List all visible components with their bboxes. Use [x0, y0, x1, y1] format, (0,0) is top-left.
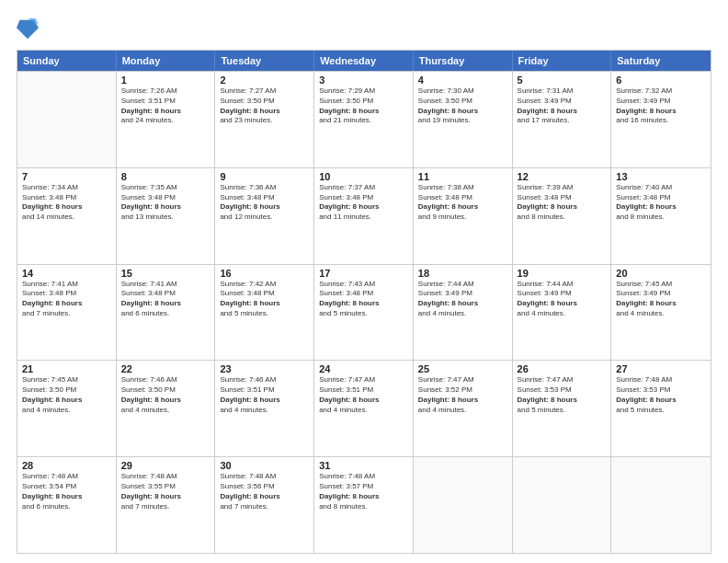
cal-cell-28: 28Sunrise: 7:48 AMSunset: 3:54 PMDayligh…	[17, 457, 117, 553]
day-number: 30	[220, 460, 309, 471]
sunset-text: Sunset: 3:51 PM	[121, 97, 210, 107]
day-number: 4	[418, 75, 507, 86]
cal-cell-11: 11Sunrise: 7:38 AMSunset: 3:48 PMDayligh…	[414, 168, 513, 264]
cal-cell-10: 10Sunrise: 7:37 AMSunset: 3:48 PMDayligh…	[314, 168, 414, 264]
sunset-text: Sunset: 3:48 PM	[220, 289, 309, 299]
sunset-text: Sunset: 3:48 PM	[616, 193, 706, 203]
sunset-text: Sunset: 3:50 PM	[220, 97, 309, 107]
day-number: 9	[220, 171, 309, 182]
sunset-text: Sunset: 3:51 PM	[220, 385, 309, 396]
daylight-text-1: Daylight: 8 hours	[319, 299, 408, 309]
cal-cell-25: 25Sunrise: 7:47 AMSunset: 3:52 PMDayligh…	[414, 361, 513, 456]
sunrise-text: Sunrise: 7:47 AM	[418, 375, 507, 385]
daylight-text-1: Daylight: 8 hours	[220, 299, 309, 309]
sunset-text: Sunset: 3:49 PM	[616, 97, 706, 107]
cal-cell-empty-4-5	[513, 457, 612, 553]
day-number: 23	[220, 363, 309, 374]
cal-cell-27: 27Sunrise: 7:48 AMSunset: 3:53 PMDayligh…	[611, 361, 711, 456]
sunrise-text: Sunrise: 7:32 AM	[616, 86, 706, 97]
cal-cell-8: 8Sunrise: 7:35 AMSunset: 3:48 PMDaylight…	[117, 168, 216, 264]
day-number: 7	[22, 171, 111, 182]
daylight-text-2: and 24 minutes.	[121, 116, 210, 126]
daylight-text-1: Daylight: 8 hours	[220, 202, 309, 213]
cal-header-cell-wednesday: Wednesday	[314, 51, 414, 71]
sunrise-text: Sunrise: 7:48 AM	[22, 472, 111, 482]
daylight-text-2: and 8 minutes.	[616, 213, 706, 223]
sunrise-text: Sunrise: 7:48 AM	[616, 375, 706, 385]
cal-cell-22: 22Sunrise: 7:46 AMSunset: 3:50 PMDayligh…	[117, 361, 216, 456]
sunrise-text: Sunrise: 7:45 AM	[22, 375, 111, 385]
sunrise-text: Sunrise: 7:29 AM	[319, 86, 408, 97]
cal-cell-12: 12Sunrise: 7:39 AMSunset: 3:48 PMDayligh…	[513, 168, 612, 264]
day-number: 1	[121, 75, 210, 86]
daylight-text-1: Daylight: 8 hours	[121, 202, 210, 213]
daylight-text-1: Daylight: 8 hours	[418, 202, 507, 213]
cal-cell-26: 26Sunrise: 7:47 AMSunset: 3:53 PMDayligh…	[513, 361, 612, 456]
daylight-text-1: Daylight: 8 hours	[22, 299, 111, 309]
sunset-text: Sunset: 3:50 PM	[418, 97, 507, 107]
cal-cell-21: 21Sunrise: 7:45 AMSunset: 3:50 PMDayligh…	[17, 361, 117, 456]
day-number: 15	[121, 268, 210, 279]
sunrise-text: Sunrise: 7:34 AM	[22, 183, 111, 193]
daylight-text-1: Daylight: 8 hours	[616, 299, 706, 309]
daylight-text-2: and 4 minutes.	[418, 406, 507, 416]
cal-cell-6: 6Sunrise: 7:32 AMSunset: 3:49 PMDaylight…	[611, 72, 711, 167]
sunset-text: Sunset: 3:48 PM	[22, 193, 111, 203]
daylight-text-1: Daylight: 8 hours	[121, 107, 210, 117]
cal-cell-15: 15Sunrise: 7:41 AMSunset: 3:48 PMDayligh…	[117, 265, 216, 361]
day-number: 21	[22, 363, 111, 374]
sunrise-text: Sunrise: 7:48 AM	[220, 472, 309, 482]
daylight-text-1: Daylight: 8 hours	[418, 299, 507, 309]
day-number: 27	[616, 363, 706, 374]
sunrise-text: Sunrise: 7:30 AM	[418, 86, 507, 97]
cal-cell-9: 9Sunrise: 7:36 AMSunset: 3:48 PMDaylight…	[215, 168, 314, 264]
day-number: 24	[319, 363, 408, 374]
sunrise-text: Sunrise: 7:47 AM	[518, 375, 607, 385]
daylight-text-1: Daylight: 8 hours	[121, 492, 210, 502]
daylight-text-1: Daylight: 8 hours	[220, 107, 309, 117]
sunset-text: Sunset: 3:49 PM	[518, 289, 607, 299]
daylight-text-1: Daylight: 8 hours	[418, 396, 507, 406]
daylight-text-1: Daylight: 8 hours	[22, 396, 111, 406]
daylight-text-2: and 4 minutes.	[518, 309, 607, 319]
daylight-text-1: Daylight: 8 hours	[616, 396, 706, 406]
daylight-text-1: Daylight: 8 hours	[121, 396, 210, 406]
daylight-text-2: and 5 minutes.	[220, 309, 309, 319]
cal-cell-24: 24Sunrise: 7:47 AMSunset: 3:51 PMDayligh…	[314, 361, 414, 456]
day-number: 14	[22, 268, 111, 279]
sunset-text: Sunset: 3:50 PM	[319, 97, 408, 107]
day-number: 22	[121, 363, 210, 374]
sunset-text: Sunset: 3:49 PM	[418, 289, 507, 299]
sunrise-text: Sunrise: 7:40 AM	[616, 183, 706, 193]
sunrise-text: Sunrise: 7:46 AM	[121, 375, 210, 385]
cal-header-cell-saturday: Saturday	[611, 51, 711, 71]
daylight-text-2: and 23 minutes.	[220, 116, 309, 126]
day-number: 17	[319, 268, 408, 279]
calendar-body: 1Sunrise: 7:26 AMSunset: 3:51 PMDaylight…	[17, 71, 711, 553]
daylight-text-2: and 4 minutes.	[22, 406, 111, 416]
day-number: 26	[518, 363, 607, 374]
cal-cell-31: 31Sunrise: 7:48 AMSunset: 3:57 PMDayligh…	[314, 457, 414, 553]
sunset-text: Sunset: 3:53 PM	[518, 385, 607, 396]
day-number: 18	[418, 268, 507, 279]
daylight-text-2: and 5 minutes.	[616, 406, 706, 416]
daylight-text-1: Daylight: 8 hours	[22, 492, 111, 502]
cal-header-cell-monday: Monday	[117, 51, 216, 71]
cal-row-4: 28Sunrise: 7:48 AMSunset: 3:54 PMDayligh…	[17, 456, 711, 553]
daylight-text-1: Daylight: 8 hours	[220, 396, 309, 406]
sunset-text: Sunset: 3:57 PM	[319, 482, 408, 492]
sunset-text: Sunset: 3:48 PM	[121, 193, 210, 203]
daylight-text-2: and 7 minutes.	[220, 502, 309, 512]
daylight-text-2: and 19 minutes.	[418, 116, 507, 126]
cal-cell-18: 18Sunrise: 7:44 AMSunset: 3:49 PMDayligh…	[414, 265, 513, 361]
cal-cell-17: 17Sunrise: 7:43 AMSunset: 3:48 PMDayligh…	[314, 265, 414, 361]
sunset-text: Sunset: 3:50 PM	[121, 385, 210, 396]
daylight-text-2: and 13 minutes.	[121, 213, 210, 223]
sunset-text: Sunset: 3:52 PM	[418, 385, 507, 396]
daylight-text-1: Daylight: 8 hours	[220, 492, 309, 502]
sunset-text: Sunset: 3:48 PM	[518, 193, 607, 203]
day-number: 10	[319, 171, 408, 182]
sunset-text: Sunset: 3:50 PM	[22, 385, 111, 396]
sunrise-text: Sunrise: 7:41 AM	[22, 280, 111, 290]
daylight-text-2: and 17 minutes.	[518, 116, 607, 126]
